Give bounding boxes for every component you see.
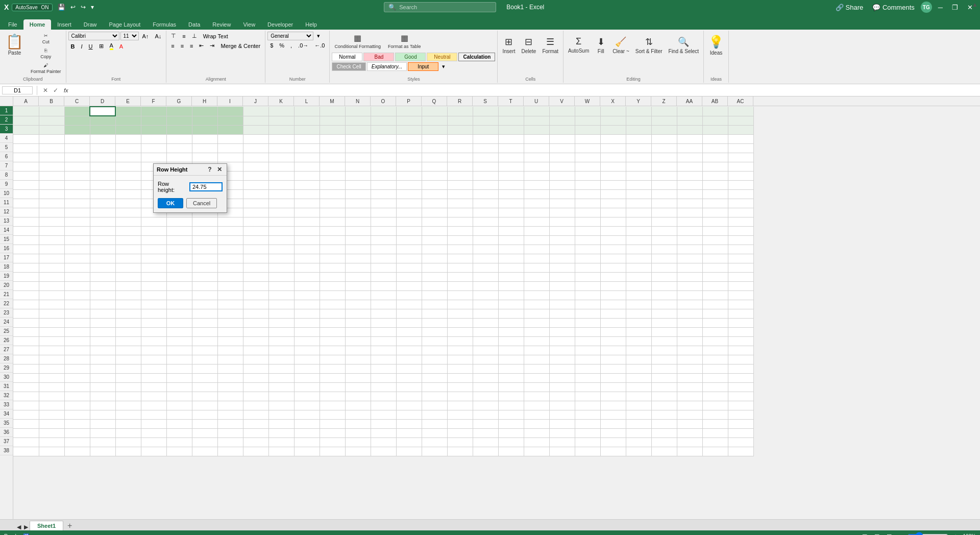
cell-G38[interactable]	[166, 447, 192, 456]
cell-Q37[interactable]	[422, 437, 447, 447]
cell-F26[interactable]	[141, 336, 166, 346]
cell-X11[interactable]	[600, 199, 626, 208]
cell-N11[interactable]	[345, 199, 371, 208]
cell-G18[interactable]	[166, 263, 192, 272]
cell-I19[interactable]	[217, 272, 243, 281]
cell-B35[interactable]	[39, 419, 64, 428]
cell-H32[interactable]	[192, 392, 217, 401]
cell-T13[interactable]	[498, 217, 524, 226]
cell-AC14[interactable]	[728, 226, 753, 235]
cell-N21[interactable]	[345, 290, 371, 300]
cell-I30[interactable]	[217, 373, 243, 382]
cell-X35[interactable]	[600, 419, 626, 428]
cell-N15[interactable]	[345, 235, 371, 245]
tab-file[interactable]: File	[2, 19, 23, 30]
cell-Q13[interactable]	[422, 217, 447, 226]
cell-X17[interactable]	[600, 254, 626, 263]
cell-A35[interactable]	[13, 419, 39, 428]
cell-M8[interactable]	[320, 171, 345, 180]
cell-Y38[interactable]	[626, 447, 651, 456]
cell-V18[interactable]	[549, 263, 575, 272]
cell-A28[interactable]	[13, 355, 39, 364]
cell-E23[interactable]	[115, 309, 141, 318]
cell-X3[interactable]	[600, 125, 626, 134]
col-header-m[interactable]: M	[320, 96, 345, 106]
cell-S13[interactable]	[473, 217, 498, 226]
cell-P17[interactable]	[396, 254, 422, 263]
cell-L19[interactable]	[294, 272, 320, 281]
cell-K27[interactable]	[268, 346, 294, 355]
cell-P2[interactable]	[396, 116, 422, 125]
cell-AC7[interactable]	[728, 162, 753, 171]
cell-AA31[interactable]	[677, 382, 702, 392]
cell-K29[interactable]	[268, 364, 294, 373]
cell-W9[interactable]	[575, 180, 600, 189]
cell-B19[interactable]	[39, 272, 64, 281]
format-as-table-button[interactable]: ▦ Format as Table	[385, 32, 423, 51]
cell-K32[interactable]	[268, 392, 294, 401]
cell-R17[interactable]	[447, 254, 473, 263]
cell-L12[interactable]	[294, 208, 320, 217]
cell-P22[interactable]	[396, 300, 422, 309]
cell-F36[interactable]	[141, 428, 166, 437]
row-num-8[interactable]: 8	[0, 171, 13, 180]
cell-C8[interactable]	[64, 171, 90, 180]
sheet-tab-sheet1[interactable]: Sheet1	[30, 521, 63, 530]
cell-I27[interactable]	[217, 346, 243, 355]
cell-E29[interactable]	[115, 364, 141, 373]
cell-J27[interactable]	[243, 346, 268, 355]
cell-L11[interactable]	[294, 199, 320, 208]
cell-AA8[interactable]	[677, 171, 702, 180]
dialog-close-button[interactable]: ✕	[215, 165, 224, 174]
cell-C19[interactable]	[64, 272, 90, 281]
cell-J5[interactable]	[243, 143, 268, 153]
cell-S38[interactable]	[473, 447, 498, 456]
cell-Z6[interactable]	[651, 153, 677, 162]
cell-AC19[interactable]	[728, 272, 753, 281]
styles-expand-button[interactable]: ▾	[439, 62, 448, 71]
col-header-b[interactable]: B	[39, 96, 64, 106]
cell-O13[interactable]	[371, 217, 396, 226]
cell-L5[interactable]	[294, 143, 320, 153]
cell-X24[interactable]	[600, 318, 626, 327]
cell-J15[interactable]	[243, 235, 268, 245]
cell-T10[interactable]	[498, 189, 524, 199]
cell-Q33[interactable]	[422, 401, 447, 410]
cell-Q38[interactable]	[422, 447, 447, 456]
cell-K17[interactable]	[268, 254, 294, 263]
cell-C27[interactable]	[64, 346, 90, 355]
cell-J24[interactable]	[243, 318, 268, 327]
cell-T2[interactable]	[498, 116, 524, 125]
cell-D31[interactable]	[90, 382, 115, 392]
cell-F20[interactable]	[141, 281, 166, 290]
cell-X8[interactable]	[600, 171, 626, 180]
cell-B26[interactable]	[39, 336, 64, 346]
cell-M35[interactable]	[320, 419, 345, 428]
cell-O35[interactable]	[371, 419, 396, 428]
row-num-32[interactable]: 32	[0, 391, 13, 400]
cell-T32[interactable]	[498, 392, 524, 401]
cell-Y19[interactable]	[626, 272, 651, 281]
cell-U19[interactable]	[524, 272, 549, 281]
cell-K30[interactable]	[268, 373, 294, 382]
cell-E2[interactable]	[115, 116, 141, 125]
cell-F6[interactable]	[141, 153, 166, 162]
cell-J14[interactable]	[243, 226, 268, 235]
cell-F17[interactable]	[141, 254, 166, 263]
cell-R11[interactable]	[447, 199, 473, 208]
cell-H23[interactable]	[192, 309, 217, 318]
cell-E13[interactable]	[115, 217, 141, 226]
cell-J1[interactable]	[243, 107, 268, 116]
cell-Q6[interactable]	[422, 153, 447, 162]
cell-P37[interactable]	[396, 437, 422, 447]
row-num-22[interactable]: 22	[0, 299, 13, 308]
style-neutral[interactable]: Neutral	[427, 53, 457, 61]
cell-O7[interactable]	[371, 162, 396, 171]
cell-G3[interactable]	[166, 125, 192, 134]
cell-Q21[interactable]	[422, 290, 447, 300]
cell-Q3[interactable]	[422, 125, 447, 134]
cell-V6[interactable]	[549, 153, 575, 162]
cell-Y1[interactable]	[626, 107, 651, 116]
fill-color-button[interactable]: A	[107, 41, 116, 51]
cell-P10[interactable]	[396, 189, 422, 199]
